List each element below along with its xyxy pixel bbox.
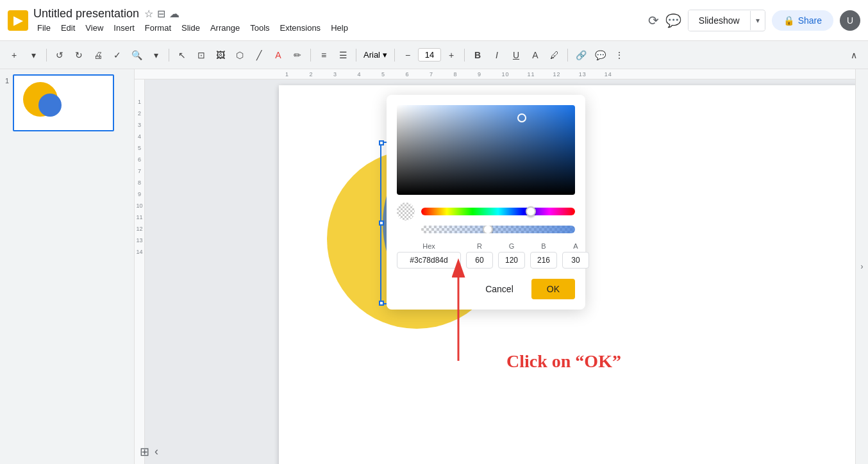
- separator-2: [169, 49, 169, 62]
- drive-icon[interactable]: ⊟: [157, 8, 165, 20]
- more-button[interactable]: ⋮: [610, 46, 628, 64]
- doc-title-text[interactable]: Untitled presentation: [33, 7, 139, 21]
- menu-edit[interactable]: Edit: [57, 22, 79, 34]
- menu-arrange[interactable]: Arrange: [206, 22, 244, 34]
- alpha-thumb[interactable]: [483, 226, 493, 233]
- font-dropdown-icon: ▾: [383, 50, 387, 60]
- menu-format[interactable]: Format: [141, 22, 175, 34]
- g-input[interactable]: [498, 252, 525, 269]
- menu-view[interactable]: View: [81, 22, 107, 34]
- slideshow-button[interactable]: Slideshow ▾: [688, 10, 765, 31]
- share-button[interactable]: 🔒 Share: [772, 10, 833, 31]
- spell-check-button[interactable]: ✓: [108, 46, 126, 64]
- text-color-button[interactable]: A: [526, 46, 544, 64]
- fill-color-tool[interactable]: A: [269, 46, 287, 64]
- separator-4: [356, 49, 356, 62]
- g-label: G: [498, 242, 525, 250]
- slideshow-dropdown-arrow[interactable]: ▾: [750, 11, 765, 30]
- history-icon[interactable]: ⟳: [648, 13, 659, 28]
- color-gradient-picker[interactable]: [397, 105, 575, 195]
- grid-icon[interactable]: ⊞: [140, 445, 149, 459]
- doc-title: Untitled presentation ☆ ⊟ ☁: [33, 7, 643, 21]
- top-right-actions: ⟳ 💬 Slideshow ▾ 🔒 Share U: [648, 10, 860, 31]
- slide-number: 1: [5, 74, 9, 85]
- font-size-input[interactable]: [418, 48, 441, 62]
- link-button[interactable]: 🔗: [572, 46, 590, 64]
- slideshow-main-label[interactable]: Slideshow: [689, 10, 750, 31]
- menu-extensions[interactable]: Extensions: [276, 22, 325, 34]
- hue-thumb[interactable]: [526, 206, 536, 217]
- handle-mb[interactable]: [379, 220, 384, 226]
- hex-label: Hex: [397, 242, 461, 250]
- b-input[interactable]: [530, 252, 557, 269]
- slide-thumbnail[interactable]: [13, 74, 114, 131]
- menu-tools[interactable]: Tools: [246, 22, 273, 34]
- menu-file[interactable]: File: [33, 22, 54, 34]
- color-preview: [397, 203, 415, 220]
- collapse-toolbar[interactable]: ∧: [845, 46, 863, 64]
- star-icon[interactable]: ☆: [144, 8, 153, 20]
- highlight-button[interactable]: 🖊: [546, 46, 563, 64]
- align-left[interactable]: ≡: [315, 46, 333, 64]
- slide-panel: 1: [0, 69, 135, 464]
- pen-tool[interactable]: ✏: [288, 46, 306, 64]
- italic-button[interactable]: I: [488, 46, 506, 64]
- font-size-control: − +: [399, 46, 460, 64]
- main-layout: 1 1 2 3 4 5 6 7 8 9 10 11 12 13 14: [0, 69, 868, 464]
- bottom-left-icons: ⊞ ‹: [140, 445, 158, 459]
- canvas-area: 1 2 3 4 5 6 7 8 9 10 11 12 13 14: [135, 69, 868, 464]
- app-icon[interactable]: ▶: [8, 10, 28, 31]
- left-arrow-icon[interactable]: ‹: [154, 445, 158, 459]
- zoom-dropdown[interactable]: ▾: [24, 46, 42, 64]
- top-bar: ▶ Untitled presentation ☆ ⊟ ☁ File Edit …: [0, 0, 868, 41]
- alpha-slider[interactable]: [421, 226, 575, 233]
- print-button[interactable]: 🖨: [89, 46, 107, 64]
- toolbar: + ▾ ↺ ↻ 🖨 ✓ 🔍 ▾ ↖ ⊡ 🖼 ⬡ ╱ A ✏ ≡ ☰ Arial …: [0, 41, 868, 69]
- user-avatar[interactable]: U: [840, 10, 860, 31]
- hue-slider-row: [397, 203, 575, 220]
- shape-tool[interactable]: ⬡: [231, 46, 249, 64]
- handle-bl[interactable]: [379, 301, 384, 306]
- cloud-icon[interactable]: ☁: [169, 8, 179, 20]
- right-panel-toggle[interactable]: ›: [855, 69, 868, 464]
- gradient-cursor[interactable]: [517, 113, 526, 122]
- cursor-tool[interactable]: ↖: [173, 46, 191, 64]
- line-tool[interactable]: ╱: [250, 46, 268, 64]
- ok-button[interactable]: OK: [531, 279, 575, 299]
- bold-button[interactable]: B: [469, 46, 487, 64]
- align-center[interactable]: ☰: [334, 46, 352, 64]
- slide-thumbnail-container: 1: [5, 74, 129, 131]
- select-tool[interactable]: ⊡: [192, 46, 210, 64]
- annotation-text: Click on “OK”: [506, 351, 621, 372]
- font-selector[interactable]: Arial ▾: [360, 48, 390, 62]
- ruler-vertical: 1 2 3 4 5 6 7 8 9 10 11 12 13 14: [135, 79, 145, 464]
- alpha-slider-row: [397, 226, 575, 233]
- image-tool[interactable]: 🖼: [212, 46, 230, 64]
- font-size-decrease[interactable]: −: [399, 46, 417, 64]
- zoom-control[interactable]: 🔍: [128, 46, 146, 64]
- underline-button[interactable]: U: [507, 46, 525, 64]
- handle-tl[interactable]: [379, 140, 384, 145]
- slide-canvas: Hex R G B A: [279, 85, 868, 464]
- separator-1: [46, 49, 47, 62]
- comment-icon[interactable]: 💬: [665, 13, 681, 28]
- redo-button[interactable]: ↻: [70, 46, 88, 64]
- font-size-increase[interactable]: +: [442, 46, 460, 64]
- comment-button[interactable]: 💬: [591, 46, 609, 64]
- menu-insert[interactable]: Insert: [110, 22, 138, 34]
- separator-5: [394, 49, 395, 62]
- zoom-add-button[interactable]: +: [5, 46, 23, 64]
- undo-button[interactable]: ↺: [51, 46, 69, 64]
- separator-6: [464, 49, 465, 62]
- menu-help[interactable]: Help: [327, 22, 352, 34]
- hue-slider[interactable]: [421, 208, 575, 215]
- menu-slide[interactable]: Slide: [178, 22, 204, 34]
- share-lock-icon: 🔒: [783, 15, 794, 26]
- a-input[interactable]: [562, 252, 589, 269]
- a-field-group: A: [562, 242, 589, 269]
- menu-bar: File Edit View Insert Format Slide Arran…: [33, 21, 643, 34]
- zoom-dropdown2[interactable]: ▾: [147, 46, 165, 64]
- share-label: Share: [798, 15, 822, 26]
- separator-3: [310, 49, 311, 62]
- ruler-horizontal: 1 2 3 4 5 6 7 8 9 10 11 12 13 14: [135, 69, 868, 79]
